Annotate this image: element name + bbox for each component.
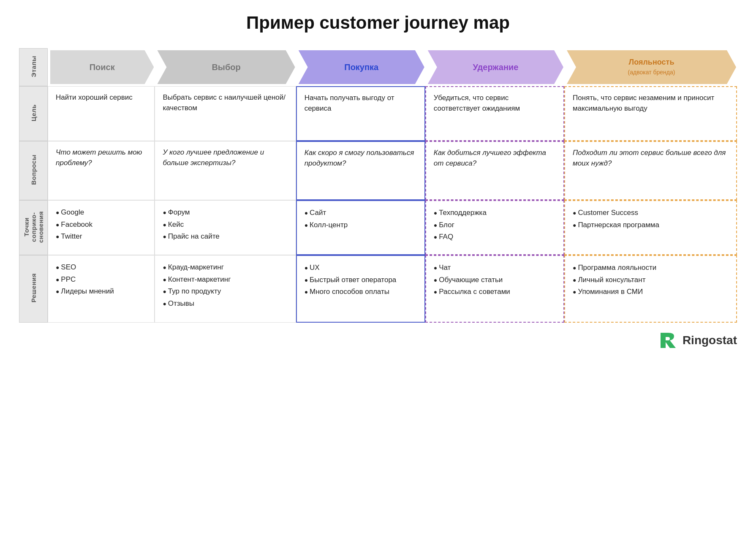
row-label-text-1: Вопросы — [30, 155, 37, 185]
table-row: Точки соприко- сновенияGoogleFacebookTwi… — [19, 200, 737, 255]
row-label-3: Решения — [19, 255, 48, 323]
list-item: PPC — [56, 274, 147, 286]
cell-r2-c3: ТехподдержкаБлогFAQ — [425, 200, 564, 255]
stage-uderzhanie-arrow: Удержание — [428, 50, 563, 84]
stage-uderzhanie-cell: Удержание — [425, 48, 564, 86]
stage-loyalnost-cell: Лояльность (адвокат бренда) — [564, 48, 737, 86]
list-item: Google — [56, 207, 147, 219]
row-label-text-2: Точки соприко- сновения — [23, 211, 44, 243]
cell-r1-c0: Что может решить мою проблему? — [48, 141, 155, 200]
cell-r3-c3: ЧатОбучающие статьиРассылка с советами — [425, 255, 564, 323]
cell-r3-c0: SEOPPCЛидеры мнений — [48, 255, 155, 323]
list-item: Отзывы — [163, 298, 288, 310]
stages-label: Этапы — [30, 56, 37, 77]
cell-r1-c3: Как добиться лучшего эффекта от сервиса? — [425, 141, 564, 200]
page-title: Пример customer journey map — [246, 13, 510, 33]
cell-r1-c1: У кого лучшее предложение и больше экспе… — [155, 141, 296, 200]
footer: Ringostat — [19, 331, 737, 350]
list-item: Программа лояльности — [573, 262, 729, 274]
stage-pokupka-label: Покупка — [332, 62, 390, 72]
list-item: Крауд-маркетинг — [163, 261, 288, 274]
stage-pokupka-cell: Покупка — [296, 48, 425, 86]
cell-r1-c2: Как скоро я смогу пользоваться продуктом… — [296, 141, 425, 200]
list-item: Чат — [434, 262, 556, 274]
cell-r0-c0: Найти хороший сервис — [48, 86, 155, 141]
list-item: Twitter — [56, 231, 147, 243]
journey-map-table: Этапы Поиск Выбор Покупка — [19, 48, 737, 323]
stage-poisk-cell: Поиск — [48, 48, 155, 86]
cell-r0-c3: Убедиться, что сервис соответствует ожид… — [425, 86, 564, 141]
cell-r0-c1: Выбрать сервис с наилучшей ценой/качеств… — [155, 86, 296, 141]
list-item: Личный консультант — [573, 274, 729, 286]
row-label-0: Цель — [19, 86, 48, 141]
stages-label-cell: Этапы — [19, 48, 48, 86]
list-item: Сайт — [305, 207, 417, 219]
list-item: Форум — [163, 207, 288, 219]
ringostat-logo-icon — [658, 331, 678, 350]
cell-r2-c1: ФорумКейсПрайс на сайте — [155, 200, 296, 255]
cell-r2-c2: СайтКолл-центр — [296, 200, 425, 255]
cell-r3-c1: Крауд-маркетингКонтент-маркетингТур по п… — [155, 255, 296, 323]
list-item: SEO — [56, 261, 147, 274]
cell-r2-c0: GoogleFacebookTwitter — [48, 200, 155, 255]
list-item: Тур по продукту — [163, 285, 288, 298]
stage-loyalnost-label: Лояльность (адвокат бренда) — [616, 57, 687, 77]
table-row: РешенияSEOPPCЛидеры мненийКрауд-маркетин… — [19, 255, 737, 323]
list-item: Быстрый ответ оператора — [305, 274, 417, 286]
table-row: ЦельНайти хороший сервисВыбрать сервис с… — [19, 86, 737, 141]
row-label-2: Точки соприко- сновения — [19, 200, 48, 255]
ringostat-logo-text: Ringostat — [683, 334, 737, 347]
stage-loyalnost-arrow: Лояльность (адвокат бренда) — [567, 50, 736, 84]
list-item: Прайс на сайте — [163, 231, 288, 243]
cell-r3-c4: Программа лояльностиЛичный консультантУп… — [564, 255, 737, 323]
row-label-1: Вопросы — [19, 141, 48, 200]
list-item: Customer Success — [573, 207, 729, 219]
cell-r2-c4: Customer SuccessПартнерская программа — [564, 200, 737, 255]
stage-poisk-arrow: Поиск — [50, 50, 154, 84]
list-item: Рассылка с советами — [434, 286, 556, 298]
cell-r0-c4: Понять, что сервис незаменим и приносит … — [564, 86, 737, 141]
list-item: Кейс — [163, 219, 288, 231]
list-item: Блог — [434, 219, 556, 231]
list-item: Лидеры мнений — [56, 285, 147, 298]
list-item: Техподдержка — [434, 207, 556, 219]
row-label-text-3: Решения — [30, 273, 37, 302]
list-item: Упоминания в СМИ — [573, 286, 729, 298]
list-item: Facebook — [56, 219, 147, 231]
list-item: Контент-маркетинг — [163, 274, 288, 286]
stage-vybor-arrow: Выбор — [157, 50, 295, 84]
stage-pokupka-arrow: Покупка — [299, 50, 424, 84]
stage-vybor-cell: Выбор — [155, 48, 296, 86]
list-item: Много способов оплаты — [305, 286, 417, 298]
stage-uderzhanie-label: Удержание — [461, 62, 530, 72]
list-item: Колл-центр — [305, 219, 417, 231]
cell-r0-c2: Начать получать выгоду от сервиса — [296, 86, 425, 141]
list-item: UX — [305, 262, 417, 274]
stage-vybor-label: Выбор — [200, 62, 252, 72]
list-item: Партнерская программа — [573, 219, 729, 231]
row-label-text-0: Цель — [30, 104, 37, 121]
cell-r1-c4: Подходит ли этот сервис больше всего для… — [564, 141, 737, 200]
stage-poisk-label: Поиск — [78, 62, 127, 72]
table-row: ВопросыЧто может решить мою проблему?У к… — [19, 141, 737, 200]
list-item: Обучающие статьи — [434, 274, 556, 286]
cell-r3-c2: UXБыстрый ответ оператораМного способов … — [296, 255, 425, 323]
list-item: FAQ — [434, 231, 556, 243]
